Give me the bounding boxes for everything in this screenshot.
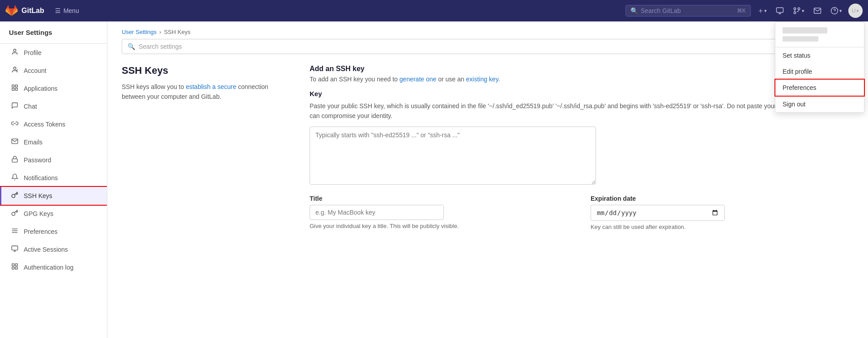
dropdown-sign-out[interactable]: Sign out: [775, 96, 864, 112]
user-dropdown-menu: Set status Edit profile Preferences Sign…: [775, 21, 864, 113]
dropdown-set-status[interactable]: Set status: [775, 47, 864, 63]
dropdown-edit-profile[interactable]: Edit profile: [775, 63, 864, 80]
dropdown-user-handle: [783, 36, 818, 42]
dropdown-user-name: [783, 27, 827, 34]
dropdown-preferences[interactable]: Preferences: [775, 80, 864, 96]
dropdown-overlay[interactable]: [0, 0, 868, 338]
dropdown-user-info: [775, 22, 864, 47]
